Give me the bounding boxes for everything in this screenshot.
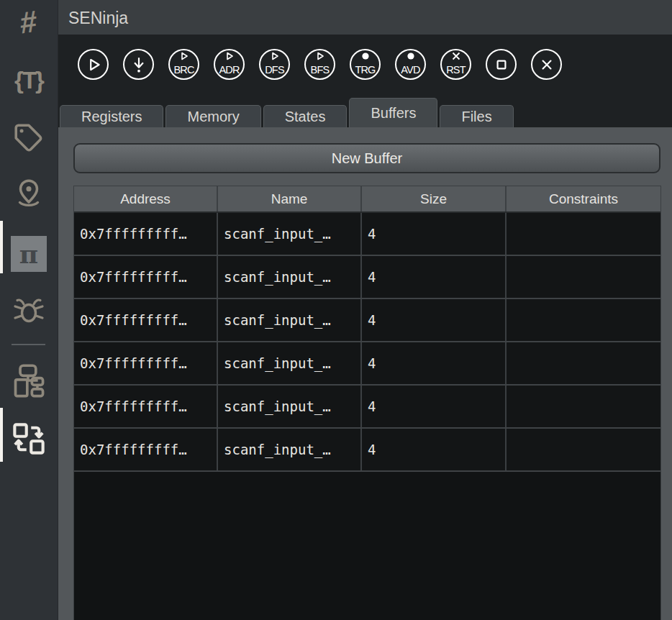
cell-constraints[interactable] (507, 342, 660, 384)
cell-size[interactable]: 4 (362, 299, 507, 341)
cell-address[interactable]: 0x7fffffffff… (74, 213, 218, 255)
set-target-button[interactable]: TRG (350, 49, 381, 80)
dot-icon (407, 52, 415, 60)
cell-constraints[interactable] (507, 256, 660, 298)
table-row[interactable]: 0x7fffffffff…scanf_input_…4 (74, 256, 660, 299)
swap-boxes-icon (12, 421, 46, 456)
toolbar-button-label: BRC (170, 65, 198, 76)
sidebar-item-debugger[interactable] (0, 293, 58, 328)
cell-constraints[interactable] (507, 213, 660, 255)
tab-registers[interactable]: Registers (60, 105, 163, 127)
page-title: SENinja (68, 0, 128, 36)
cell-size[interactable]: 4 (362, 386, 507, 427)
cell-size[interactable]: 4 (362, 342, 507, 384)
column-header-address[interactable]: Address (74, 186, 218, 211)
braces-type-icon: {T} (14, 68, 43, 92)
table-row[interactable]: 0x7fffffffff…scanf_input_…4 (74, 342, 660, 386)
small-play-icon (271, 52, 279, 60)
cell-address[interactable]: 0x7fffffffff… (74, 429, 218, 470)
sidebar-item-hash[interactable]: # (0, 6, 58, 39)
set-avoid-button[interactable]: AVD (395, 49, 426, 80)
step-button[interactable] (123, 49, 154, 80)
sidebar-item-location[interactable] (0, 177, 58, 213)
cell-size[interactable]: 4 (362, 429, 507, 470)
column-header-constraints[interactable]: Constraints (507, 186, 660, 211)
table-row[interactable]: 0x7fffffffff…scanf_input_…4 (74, 299, 660, 342)
cell-name[interactable]: scanf_input_… (218, 299, 362, 341)
sidebar-item-tags[interactable] (0, 121, 58, 155)
close-x-icon (537, 55, 556, 74)
column-header-size[interactable]: Size (362, 186, 507, 211)
stop-button[interactable] (486, 49, 517, 80)
play-icon (84, 55, 103, 74)
dot-icon (361, 52, 370, 60)
toolbar-button-label: RST (442, 65, 470, 76)
cell-name[interactable]: scanf_input_… (218, 342, 362, 384)
cell-size[interactable]: 4 (362, 256, 507, 298)
cell-address[interactable]: 0x7fffffffff… (74, 256, 218, 298)
cell-constraints[interactable] (507, 429, 660, 470)
titlebar: SENinja (58, 0, 672, 35)
sidebar-divider (12, 344, 45, 345)
run-dfs-button[interactable]: DFS (259, 49, 290, 80)
run-until-address-button[interactable]: ADR (214, 49, 245, 80)
toolbar-button-label: ADR (215, 65, 243, 76)
table-row[interactable]: 0x7fffffffff…scanf_input_…4 (74, 213, 660, 256)
small-play-icon (180, 52, 189, 60)
sidebar-item-hierarchy[interactable] (0, 363, 58, 400)
hash-icon: # (20, 6, 38, 38)
buffers-table: AddressNameSizeConstraints 0x7fffffffff…… (73, 186, 661, 620)
cell-size[interactable]: 4 (362, 213, 507, 255)
small-play-icon (225, 52, 234, 60)
toolbar-button-label: AVD (396, 65, 424, 76)
run-button[interactable] (78, 49, 109, 80)
tag-icon (12, 122, 45, 155)
seninja-pi-icon: π (19, 241, 38, 267)
seninja-panel: SENinja BRCADRDFSBFSTRGAVDRST RegistersM… (58, 0, 672, 620)
sidebar: # {T} π (0, 0, 58, 620)
stop-square-icon (492, 55, 511, 74)
run-until-branch-button[interactable]: BRC (168, 49, 199, 80)
tab-files[interactable]: Files (440, 105, 513, 127)
cell-address[interactable]: 0x7fffffffff… (74, 299, 218, 341)
toolbar-button-label: TRG (351, 65, 379, 76)
seninja-highlight: π (11, 236, 47, 272)
cell-name[interactable]: scanf_input_… (218, 429, 362, 470)
cell-name[interactable]: scanf_input_… (218, 256, 362, 298)
cell-constraints[interactable] (507, 386, 660, 427)
cell-constraints[interactable] (507, 299, 660, 341)
small-play-icon (316, 52, 324, 60)
toolbar: BRCADRDFSBFSTRGAVDRST (78, 49, 562, 80)
step-arrow-icon (130, 55, 148, 74)
table-body: 0x7fffffffff…scanf_input_…40x7fffffffff…… (74, 213, 660, 472)
toolbar-button-label: BFS (306, 65, 334, 76)
close-button[interactable] (531, 49, 562, 80)
hierarchy-icon (12, 363, 46, 399)
tab-buffers[interactable]: Buffers (349, 98, 437, 127)
tab-bar: RegistersMemoryStatesBuffersFiles (60, 98, 514, 127)
sidebar-item-types[interactable]: {T} (0, 63, 58, 96)
sidebar-item-seninja[interactable]: π (0, 236, 58, 272)
new-buffer-button[interactable]: New Buffer (73, 143, 660, 173)
run-bfs-button[interactable]: BFS (304, 49, 335, 80)
buffers-panel: New Buffer AddressNameSizeConstraints 0x… (58, 127, 672, 620)
location-pin-icon (12, 178, 45, 212)
cell-address[interactable]: 0x7fffffffff… (74, 342, 218, 384)
bug-icon (12, 294, 46, 327)
table-row[interactable]: 0x7fffffffff…scanf_input_…4 (74, 429, 660, 472)
small-x-icon (451, 52, 460, 60)
toolbar-and-tabs-zone: BRCADRDFSBFSTRGAVDRST RegistersMemorySta… (58, 35, 672, 127)
toolbar-button-label: DFS (260, 65, 289, 76)
table-row[interactable]: 0x7fffffffff…scanf_input_…4 (74, 386, 660, 429)
table-header-row: AddressNameSizeConstraints (74, 186, 660, 213)
cell-name[interactable]: scanf_input_… (218, 213, 362, 255)
reset-button[interactable]: RST (440, 49, 471, 80)
cell-name[interactable]: scanf_input_… (218, 386, 362, 427)
tab-memory[interactable]: Memory (165, 105, 260, 127)
column-header-name[interactable]: Name (218, 186, 362, 211)
sidebar-item-cross-references[interactable] (0, 420, 58, 457)
cell-address[interactable]: 0x7fffffffff… (74, 386, 218, 427)
tab-states[interactable]: States (263, 105, 348, 127)
